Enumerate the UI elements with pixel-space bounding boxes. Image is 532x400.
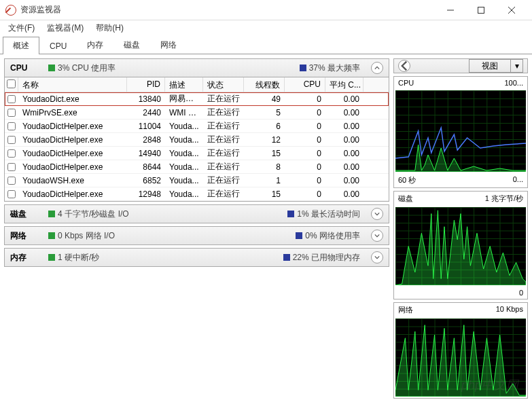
col-status[interactable]: 状态 bbox=[203, 77, 244, 92]
row-checkbox[interactable] bbox=[7, 109, 16, 117]
cell-avg: 0.00 bbox=[325, 147, 363, 160]
col-threads[interactable]: 线程数 bbox=[244, 77, 285, 92]
cell-desc: Youda... bbox=[165, 175, 203, 187]
cell-cpu: 0 bbox=[285, 147, 325, 160]
blue-square-icon bbox=[300, 65, 306, 71]
row-checkbox[interactable] bbox=[7, 136, 16, 144]
col-cpu[interactable]: CPU bbox=[285, 77, 325, 92]
cell-desc: Youda... bbox=[165, 161, 203, 173]
row-checkbox[interactable] bbox=[7, 122, 16, 130]
cell-desc: 网易有... bbox=[165, 92, 203, 106]
tab-disk[interactable]: 磁盘 bbox=[113, 36, 150, 54]
blue-square-icon bbox=[296, 232, 302, 239]
cell-name: YoudaoDictHelper.exe bbox=[18, 147, 127, 160]
col-pid[interactable]: PID bbox=[127, 77, 165, 92]
disk-graph-max: 1 兆字节/秒 bbox=[485, 194, 523, 204]
cell-pid: 12948 bbox=[127, 188, 165, 200]
cpu-graph-xright: 0... bbox=[513, 175, 523, 185]
select-all-checkbox[interactable] bbox=[7, 79, 16, 88]
menu-monitor[interactable]: 监视器(M) bbox=[41, 21, 89, 35]
cell-status: 正在运行 bbox=[203, 92, 244, 106]
table-row[interactable]: YoudaoDictHelper.exe 8644 Youda... 正在运行 … bbox=[5, 160, 389, 174]
network-title: 网络 bbox=[10, 230, 37, 242]
cpu-graph-title: CPU bbox=[398, 79, 414, 87]
cell-status: 正在运行 bbox=[203, 119, 244, 133]
net-graph-title: 网络 bbox=[398, 305, 413, 315]
panel-collapse-button[interactable] bbox=[398, 60, 410, 72]
network-section-header[interactable]: 网络 0 Kbps 网络 I/O 0% 网络使用率 bbox=[4, 226, 389, 245]
cell-status: 正在运行 bbox=[203, 160, 244, 174]
row-checkbox[interactable] bbox=[7, 177, 16, 185]
network-expand-button[interactable] bbox=[371, 230, 383, 242]
cell-name: YoudaoDict.exe bbox=[18, 93, 127, 105]
disk-graph-xright: 0 bbox=[519, 289, 523, 297]
tab-overview[interactable]: 概述 bbox=[3, 37, 39, 54]
disk-section-header[interactable]: 磁盘 4 千字节/秒磁盘 I/O 1% 最长活动时间 bbox=[4, 204, 389, 223]
cell-name: YoudaoDictHelper.exe bbox=[18, 134, 127, 146]
table-row[interactable]: YoudaoDict.exe 13840 网易有... 正在运行 49 0 0.… bbox=[5, 92, 389, 106]
cpu-usage-label: 3% CPU 使用率 bbox=[58, 62, 116, 74]
cpu-section-header[interactable]: CPU 3% CPU 使用率 37% 最大频率 bbox=[4, 58, 389, 77]
menu-file[interactable]: 文件(F) bbox=[3, 21, 40, 35]
view-dropdown[interactable]: 视图 ▾ bbox=[469, 59, 523, 73]
cell-threads: 5 bbox=[244, 107, 285, 119]
cell-avg: 0.00 bbox=[325, 107, 363, 119]
green-square-icon bbox=[48, 65, 55, 71]
cell-desc: Youda... bbox=[165, 147, 203, 160]
table-row[interactable]: WmiPrvSE.exe 2440 WMI P... 正在运行 5 0 0.00 bbox=[5, 106, 389, 120]
tab-network[interactable]: 网络 bbox=[150, 36, 187, 54]
cell-cpu: 0 bbox=[285, 134, 325, 146]
cell-pid: 2440 bbox=[127, 107, 165, 119]
green-square-icon bbox=[48, 232, 55, 239]
cell-avg: 0.00 bbox=[325, 161, 363, 173]
cell-pid: 8644 bbox=[127, 161, 165, 173]
tab-memory[interactable]: 内存 bbox=[77, 36, 113, 54]
cpu-collapse-button[interactable] bbox=[371, 62, 383, 74]
app-icon bbox=[5, 5, 16, 16]
table-row[interactable]: YoudaoWSH.exe 6852 Youda... 正在运行 1 0 0.0… bbox=[5, 174, 389, 187]
cell-status: 正在运行 bbox=[203, 187, 244, 201]
cpu-graph-xleft: 60 秒 bbox=[398, 175, 416, 185]
cell-threads: 12 bbox=[244, 134, 285, 146]
row-checkbox[interactable] bbox=[7, 149, 16, 158]
table-row[interactable]: YoudaoDictHelper.exe 14940 Youda... 正在运行… bbox=[5, 147, 389, 160]
row-checkbox[interactable] bbox=[7, 163, 16, 171]
menu-help[interactable]: 帮助(H) bbox=[90, 21, 129, 35]
memory-section-header[interactable]: 内存 1 硬中断/秒 22% 已用物理内存 bbox=[4, 248, 389, 267]
disk-title: 磁盘 bbox=[10, 208, 37, 220]
cell-pid: 6852 bbox=[127, 175, 165, 187]
table-header: 名称 PID 描述 状态 线程数 CPU 平均 C... bbox=[5, 77, 389, 92]
tab-cpu[interactable]: CPU bbox=[39, 38, 77, 54]
col-name[interactable]: 名称 bbox=[18, 77, 127, 92]
cell-cpu: 0 bbox=[285, 120, 325, 132]
memory-stat2: 22% 已用物理内存 bbox=[293, 252, 360, 263]
table-row[interactable]: YoudaoDictHelper.exe 11004 Youda... 正在运行… bbox=[5, 120, 389, 133]
col-desc[interactable]: 描述 bbox=[165, 77, 203, 92]
process-table: 名称 PID 描述 状态 线程数 CPU 平均 C... YoudaoDict.… bbox=[4, 77, 389, 202]
memory-expand-button[interactable] bbox=[371, 251, 383, 263]
cell-threads: 1 bbox=[244, 175, 285, 187]
cell-status: 正在运行 bbox=[203, 173, 244, 187]
blue-square-icon bbox=[287, 211, 294, 217]
green-square-icon bbox=[48, 211, 55, 217]
net-graph-max: 10 Kbps bbox=[496, 305, 523, 315]
cell-threads: 15 bbox=[244, 147, 285, 160]
maximize-button[interactable] bbox=[465, 0, 496, 20]
row-checkbox[interactable] bbox=[7, 190, 16, 198]
cell-avg: 0.00 bbox=[325, 93, 363, 105]
cell-threads: 8 bbox=[244, 161, 285, 173]
table-row[interactable]: YoudaoDictHelper.exe 12948 Youda... 正在运行… bbox=[5, 187, 389, 201]
view-label: 视图 bbox=[469, 60, 510, 72]
cell-name: YoudaoDictHelper.exe bbox=[18, 188, 127, 200]
titlebar: 资源监视器 bbox=[0, 0, 532, 20]
network-stat2: 0% 网络使用率 bbox=[305, 230, 360, 242]
close-button[interactable] bbox=[496, 0, 527, 20]
row-checkbox[interactable] bbox=[7, 95, 16, 103]
col-avg[interactable]: 平均 C... bbox=[325, 77, 363, 92]
chevron-down-icon: ▾ bbox=[510, 60, 522, 72]
cpu-graph-box: CPU100... 60 秒0... bbox=[393, 76, 528, 188]
cell-avg: 0.00 bbox=[325, 175, 363, 187]
minimize-button[interactable] bbox=[435, 0, 465, 20]
disk-expand-button[interactable] bbox=[371, 208, 383, 220]
table-row[interactable]: YoudaoDictHelper.exe 2848 Youda... 正在运行 … bbox=[5, 133, 389, 147]
